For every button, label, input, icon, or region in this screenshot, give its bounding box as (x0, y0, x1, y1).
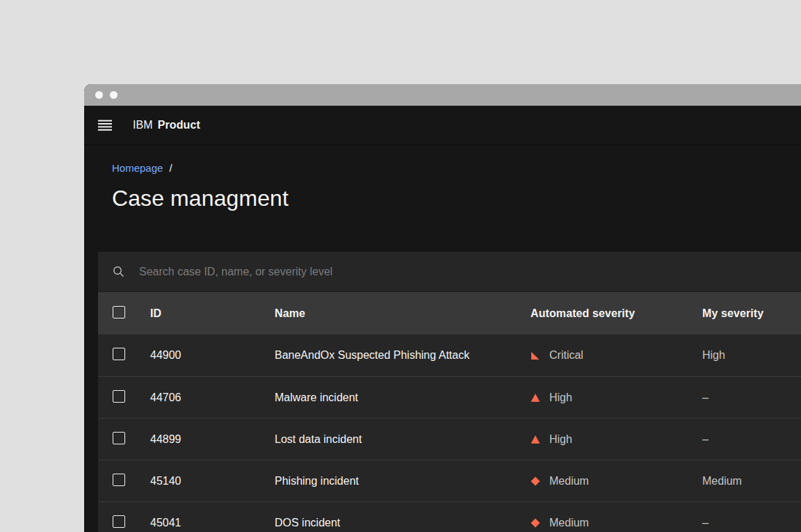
menu-button[interactable] (84, 106, 126, 145)
brand-name: Product (158, 119, 200, 131)
case-name-cell: DOS incident (275, 517, 531, 529)
page-title: Case managment (112, 184, 801, 212)
row-checkbox[interactable] (113, 474, 125, 486)
automated-severity-label: High (549, 433, 572, 446)
case-id-cell: 45140 (150, 475, 275, 487)
my-severity-cell: – (702, 392, 801, 404)
table-header-row: ID Name Automated severity My severity (98, 292, 801, 334)
table-row[interactable]: 45140 Phishing incident Medium Medium (98, 460, 801, 501)
breadcrumb-link-homepage[interactable]: Homepage (112, 162, 163, 175)
row-checkbox[interactable] (113, 348, 125, 360)
automated-severity-label: Critical (549, 349, 583, 362)
medium-severity-icon (531, 518, 540, 528)
window-control-dot[interactable] (95, 91, 103, 99)
critical-severity-icon (531, 350, 540, 360)
row-checkbox[interactable] (113, 390, 125, 403)
column-header-id: ID (150, 307, 275, 320)
page-header: Homepage / Case managment (84, 145, 801, 212)
automated-severity-label: Medium (549, 517, 589, 529)
row-checkbox[interactable] (113, 432, 125, 444)
table-row[interactable]: 44706 Malware incident High – (98, 376, 801, 418)
automated-severity-label: High (549, 392, 572, 404)
breadcrumb: Homepage / (112, 162, 801, 175)
select-all-checkbox[interactable] (113, 306, 125, 319)
app-header: IBM Product (84, 106, 801, 145)
table-row[interactable]: 45041 DOS incident Medium – (98, 501, 801, 532)
my-severity-cell: Medium (702, 475, 801, 487)
case-name-cell: BaneAndOx Suspected Phishing Attack (275, 349, 531, 362)
app-window: IBM Product Homepage / Case managment ID (84, 84, 801, 532)
high-severity-icon (531, 393, 540, 403)
table-search-bar (98, 252, 801, 292)
case-id-cell: 44899 (150, 433, 275, 446)
case-id-cell: 45041 (150, 517, 275, 529)
column-header-automated-severity: Automated severity (531, 307, 702, 320)
column-header-my-severity: My severity (702, 307, 801, 320)
automated-severity-cell: Medium (531, 517, 702, 529)
hamburger-menu-icon (98, 120, 112, 131)
case-id-cell: 44706 (150, 392, 275, 404)
my-severity-cell: – (702, 517, 801, 529)
window-control-dot[interactable] (110, 91, 118, 99)
high-severity-icon (531, 435, 540, 444)
table-row[interactable]: 44899 Lost data incident High – (98, 418, 801, 460)
medium-severity-icon (531, 476, 540, 486)
automated-severity-cell: High (531, 392, 702, 404)
my-severity-cell: – (702, 433, 801, 446)
search-icon (113, 266, 124, 277)
automated-severity-label: Medium (549, 475, 589, 487)
brand: IBM Product (133, 119, 200, 131)
my-severity-cell: High (702, 349, 801, 362)
brand-prefix: IBM (133, 119, 153, 131)
automated-severity-cell: Critical (531, 349, 702, 362)
case-name-cell: Malware incident (275, 392, 531, 404)
column-header-name: Name (275, 307, 531, 320)
row-checkbox[interactable] (113, 515, 125, 528)
table-body: 44900 BaneAndOx Suspected Phishing Attac… (98, 334, 801, 532)
case-table-section: ID Name Automated severity My severity 4… (98, 252, 801, 532)
breadcrumb-separator: / (169, 162, 172, 175)
automated-severity-cell: Medium (531, 475, 702, 487)
case-name-cell: Lost data incident (275, 433, 531, 446)
table-row[interactable]: 44900 BaneAndOx Suspected Phishing Attac… (98, 334, 801, 376)
case-name-cell: Phishing incident (275, 475, 531, 487)
automated-severity-cell: High (531, 433, 702, 446)
window-titlebar (84, 84, 801, 106)
case-id-cell: 44900 (150, 349, 275, 362)
search-input[interactable] (139, 252, 801, 291)
